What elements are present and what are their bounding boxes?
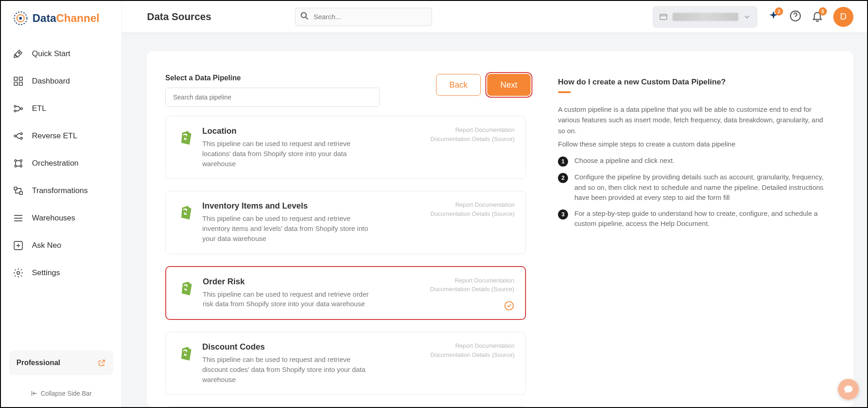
collapse-icon — [31, 390, 38, 397]
shopify-icon — [177, 345, 193, 361]
svg-point-11 — [21, 133, 22, 135]
sidebar-item-dashboard[interactable]: Dashboard — [9, 68, 113, 95]
svg-point-8 — [14, 105, 16, 107]
avatar[interactable]: D — [833, 7, 853, 27]
workspace-selector[interactable] — [652, 6, 758, 28]
bell-badge: 5 — [819, 7, 827, 16]
sidebar-item-ask-neo[interactable]: Ask Neo — [9, 232, 113, 259]
pipeline-card-discount-codes[interactable]: Discount Codes This pipeline can be used… — [165, 332, 526, 395]
warehouses-icon — [13, 213, 24, 224]
link-report[interactable]: Report Documentation — [431, 200, 515, 209]
sidebar-item-label: Dashboard — [32, 77, 70, 86]
svg-rect-7 — [19, 82, 22, 85]
dashboard-icon — [13, 76, 24, 87]
pipeline-links: Report Documentation Documentation Detai… — [431, 126, 515, 143]
external-link-icon — [98, 359, 106, 367]
plan-label: Professional — [16, 359, 60, 367]
ask-neo-icon — [13, 240, 24, 251]
svg-rect-6 — [14, 82, 17, 85]
link-details[interactable]: Documentation Details (Source) — [430, 285, 514, 294]
svg-point-9 — [14, 110, 16, 112]
svg-rect-18 — [14, 187, 17, 190]
pipeline-card-inventory[interactable]: Inventory Items and Levels This pipeline… — [165, 191, 526, 254]
link-report[interactable]: Report Documentation — [431, 126, 515, 135]
back-button[interactable]: Back — [436, 74, 481, 96]
step-text: Choose a pipeline and click next. — [574, 156, 674, 167]
svg-point-14 — [15, 160, 16, 162]
pipeline-desc: This pipeline can be used to request and… — [202, 355, 376, 384]
sparkle-button[interactable]: 2 — [768, 10, 779, 24]
pipeline-links: Report Documentation Documentation Detai… — [431, 341, 515, 359]
pipeline-card-order-risk[interactable]: Order Risk This pipeline can be used to … — [165, 266, 526, 320]
collapse-sidebar[interactable]: Collapse Side Bar — [1, 384, 121, 407]
rocket-icon — [13, 48, 24, 59]
svg-point-12 — [21, 137, 22, 139]
pipeline-desc: This pipeline can be used to request and… — [202, 214, 376, 243]
shopify-icon — [177, 280, 194, 296]
svg-point-13 — [14, 135, 16, 137]
sidebar-item-warehouses[interactable]: Warehouses — [9, 204, 113, 232]
svg-point-16 — [15, 165, 16, 167]
sidebar-item-etl[interactable]: ETL — [9, 95, 113, 122]
sidebar-item-transformations[interactable]: Transformations — [9, 177, 113, 204]
howto-title: How do I create a new Custom Data Pipeli… — [558, 78, 831, 87]
search-input[interactable] — [295, 8, 432, 26]
shopify-icon — [177, 129, 193, 146]
pipeline-search-input[interactable] — [165, 88, 380, 107]
sidebar-item-reverse-etl[interactable]: Reverse ETL — [9, 122, 113, 150]
link-details[interactable]: Documentation Details (Source) — [431, 350, 515, 360]
svg-point-24 — [17, 272, 20, 274]
sidebar-item-orchestration[interactable]: Orchestration — [9, 150, 113, 177]
svg-point-10 — [21, 108, 22, 110]
help-button[interactable] — [789, 10, 801, 24]
step-text: For a step-by-step guide to understand h… — [574, 209, 831, 229]
step-number: 1 — [558, 157, 568, 167]
pipeline-desc: This pipeline can be used to request and… — [203, 289, 376, 309]
step-text: Configure the pipeline by providing deta… — [574, 172, 831, 203]
transformations-icon — [13, 185, 24, 196]
sidebar-nav: Quick Start Dashboard ETL Reverse ETL Or… — [1, 40, 121, 350]
sidebar-item-label: Orchestration — [32, 159, 79, 168]
howto-step: 2 Configure the pipeline by providing de… — [558, 172, 831, 203]
help-icon — [789, 10, 801, 22]
sidebar-item-quickstart[interactable]: Quick Start — [9, 40, 113, 68]
orchestration-icon — [13, 158, 24, 169]
reverse-etl-icon — [13, 131, 24, 141]
chat-fab[interactable] — [838, 379, 859, 400]
pipeline-card-location[interactable]: Location This pipeline can be used to re… — [165, 116, 526, 179]
global-search — [295, 8, 432, 26]
logo[interactable]: DataChannel — [1, 1, 121, 40]
pipeline-links: Report Documentation Documentation Detai… — [430, 276, 514, 294]
workspace-name-blurred — [673, 13, 738, 21]
svg-point-3 — [19, 52, 20, 54]
pipeline-card-shop[interactable]: Shop Report Documentation — [165, 407, 526, 407]
logo-text: DataChannel — [32, 12, 100, 25]
chat-icon — [843, 384, 853, 394]
svg-point-15 — [20, 160, 22, 162]
svg-point-17 — [20, 165, 22, 167]
sidebar-item-label: Transformations — [32, 186, 88, 195]
next-button[interactable]: Next — [487, 74, 531, 96]
sidebar: DataChannel Quick Start Dashboard ETL Re… — [1, 1, 122, 407]
gear-icon — [13, 267, 24, 278]
svg-point-28 — [505, 302, 513, 310]
plan-box[interactable]: Professional — [9, 350, 113, 375]
svg-point-25 — [301, 12, 306, 17]
help-panel: How do I create a new Custom Data Pipeli… — [558, 74, 831, 407]
link-report[interactable]: Report Documentation — [430, 276, 514, 285]
topbar: Data Sources 2 — [122, 1, 867, 33]
svg-rect-26 — [660, 14, 667, 20]
sidebar-item-label: Settings — [32, 268, 60, 277]
link-details[interactable]: Documentation Details (Source) — [431, 135, 515, 144]
svg-rect-5 — [19, 77, 22, 80]
notifications-button[interactable]: 5 — [811, 10, 823, 24]
sidebar-item-label: Quick Start — [32, 49, 70, 58]
page-title: Data Sources — [147, 11, 211, 23]
sidebar-item-settings[interactable]: Settings — [9, 259, 113, 287]
link-report[interactable]: Report Documentation — [431, 341, 515, 350]
pipeline-links: Report Documentation Documentation Detai… — [431, 200, 515, 218]
collapse-label: Collapse Side Bar — [41, 390, 92, 397]
step-number: 3 — [558, 209, 568, 220]
main-card: Select a Data Pipeline Back Next Loc — [147, 51, 853, 407]
link-details[interactable]: Documentation Details (Source) — [431, 209, 515, 219]
